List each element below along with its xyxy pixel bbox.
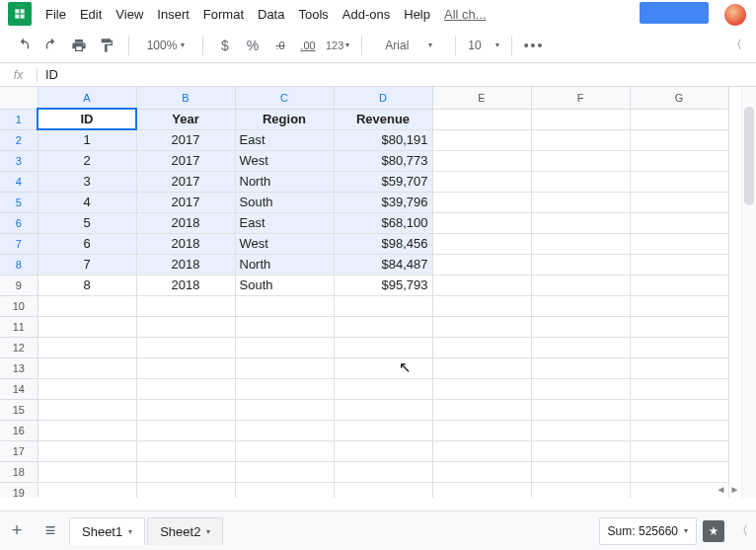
quicksum-dropdown[interactable]: Sum: 525660▾ xyxy=(599,517,697,545)
cell-E8[interactable] xyxy=(432,254,531,275)
cell-D12[interactable] xyxy=(334,337,432,357)
format-currency-button[interactable]: $ xyxy=(215,34,235,57)
cell-G5[interactable] xyxy=(630,192,728,212)
cell-B18[interactable] xyxy=(136,461,235,482)
row-header-14[interactable]: 14 xyxy=(0,378,38,399)
cell-B7[interactable]: 2018 xyxy=(136,233,235,254)
cell-A12[interactable] xyxy=(38,337,136,357)
zoom-dropdown[interactable]: 100%▾ xyxy=(141,34,190,57)
cell-G13[interactable] xyxy=(630,357,728,378)
formula-input[interactable]: ID xyxy=(38,67,58,82)
menu-tools[interactable]: Tools xyxy=(298,7,328,22)
explore-button[interactable] xyxy=(703,520,724,542)
font-family-dropdown[interactable]: Arial▾ xyxy=(374,34,443,57)
sheet-tab-1[interactable]: Sheet1▾ xyxy=(69,517,145,545)
row-header-15[interactable]: 15 xyxy=(0,399,38,420)
cell-E4[interactable] xyxy=(432,171,531,192)
cell-G14[interactable] xyxy=(630,378,728,399)
cell-C10[interactable] xyxy=(235,295,334,316)
toolbar-more-button[interactable]: ••• xyxy=(524,34,545,57)
cell-C12[interactable] xyxy=(235,337,334,357)
menu-addons[interactable]: Add-ons xyxy=(342,7,390,22)
side-panel-toggle[interactable]: 〈 xyxy=(736,522,748,539)
cell-B14[interactable] xyxy=(136,378,235,399)
row-header-1[interactable]: 1 xyxy=(0,109,38,129)
row-header-17[interactable]: 17 xyxy=(0,440,38,461)
cell-G12[interactable] xyxy=(630,337,728,357)
share-button[interactable] xyxy=(640,2,709,24)
column-header-C[interactable]: C xyxy=(235,87,334,109)
cell-B6[interactable]: 2018 xyxy=(136,212,235,233)
cell-D14[interactable] xyxy=(334,378,432,399)
cell-E7[interactable] xyxy=(432,233,531,254)
cell-C2[interactable]: East xyxy=(235,129,334,150)
cell-F7[interactable] xyxy=(531,233,630,254)
cell-D6[interactable]: $68,100 xyxy=(334,212,432,233)
font-size-dropdown[interactable]: 10▾ xyxy=(468,34,498,57)
cell-B4[interactable]: 2017 xyxy=(136,171,235,192)
cell-B15[interactable] xyxy=(136,399,235,420)
column-header-B[interactable]: B xyxy=(136,87,235,109)
cell-B11[interactable] xyxy=(136,316,235,337)
cell-F14[interactable] xyxy=(531,378,630,399)
row-header-10[interactable]: 10 xyxy=(0,295,38,316)
cell-G2[interactable] xyxy=(630,129,728,150)
cell-A13[interactable] xyxy=(38,357,136,378)
cell-D9[interactable]: $95,793 xyxy=(334,275,432,295)
chevron-down-icon[interactable]: ▾ xyxy=(128,527,132,536)
cell-B2[interactable]: 2017 xyxy=(136,129,235,150)
cell-F4[interactable] xyxy=(531,171,630,192)
cell-E2[interactable] xyxy=(432,129,531,150)
cell-G7[interactable] xyxy=(630,233,728,254)
add-sheet-button[interactable]: + xyxy=(0,514,34,548)
cell-E14[interactable] xyxy=(432,378,531,399)
cell-C14[interactable] xyxy=(235,378,334,399)
row-header-11[interactable]: 11 xyxy=(0,316,38,337)
chevron-down-icon[interactable]: ▾ xyxy=(206,527,210,536)
row-header-5[interactable]: 5 xyxy=(0,192,38,212)
column-header-A[interactable]: A xyxy=(38,87,136,109)
cell-D4[interactable]: $59,707 xyxy=(334,171,432,192)
row-header-7[interactable]: 7 xyxy=(0,233,38,254)
cell-E16[interactable] xyxy=(432,420,531,440)
paint-format-button[interactable] xyxy=(97,34,116,57)
menu-view[interactable]: View xyxy=(115,7,143,22)
row-header-18[interactable]: 18 xyxy=(0,461,38,482)
cell-B5[interactable]: 2017 xyxy=(136,192,235,212)
cell-B13[interactable] xyxy=(136,357,235,378)
redo-button[interactable] xyxy=(41,34,61,57)
cell-A18[interactable] xyxy=(38,461,136,482)
cell-D13[interactable] xyxy=(334,357,432,378)
cell-F8[interactable] xyxy=(531,254,630,275)
cell-D17[interactable] xyxy=(334,440,432,461)
cell-A3[interactable]: 2 xyxy=(38,150,136,171)
cell-C13[interactable] xyxy=(235,357,334,378)
cell-F2[interactable] xyxy=(531,129,630,150)
cell-G16[interactable] xyxy=(630,420,728,440)
cell-F10[interactable] xyxy=(531,295,630,316)
sheet-tab-2[interactable]: Sheet2▾ xyxy=(147,517,223,545)
cell-A1[interactable]: ID xyxy=(38,109,136,129)
cell-G1[interactable] xyxy=(630,109,728,129)
cell-A16[interactable] xyxy=(38,420,136,440)
cell-E9[interactable] xyxy=(432,275,531,295)
undo-button[interactable] xyxy=(14,34,34,57)
column-header-G[interactable]: G xyxy=(630,87,728,109)
cell-A4[interactable]: 3 xyxy=(38,171,136,192)
row-header-3[interactable]: 3 xyxy=(0,150,38,171)
cell-D10[interactable] xyxy=(334,295,432,316)
cell-C15[interactable] xyxy=(235,399,334,420)
cell-E10[interactable] xyxy=(432,295,531,316)
cell-E18[interactable] xyxy=(432,461,531,482)
cell-D18[interactable] xyxy=(334,461,432,482)
cell-D2[interactable]: $80,191 xyxy=(334,129,432,150)
cell-D5[interactable]: $39,796 xyxy=(334,192,432,212)
cell-F9[interactable] xyxy=(531,275,630,295)
cell-G15[interactable] xyxy=(630,399,728,420)
cell-E17[interactable] xyxy=(432,440,531,461)
menu-format[interactable]: Format xyxy=(203,7,244,22)
cell-C6[interactable]: East xyxy=(235,212,334,233)
cell-F11[interactable] xyxy=(531,316,630,337)
menu-help[interactable]: Help xyxy=(404,7,430,22)
cell-A8[interactable]: 7 xyxy=(38,254,136,275)
